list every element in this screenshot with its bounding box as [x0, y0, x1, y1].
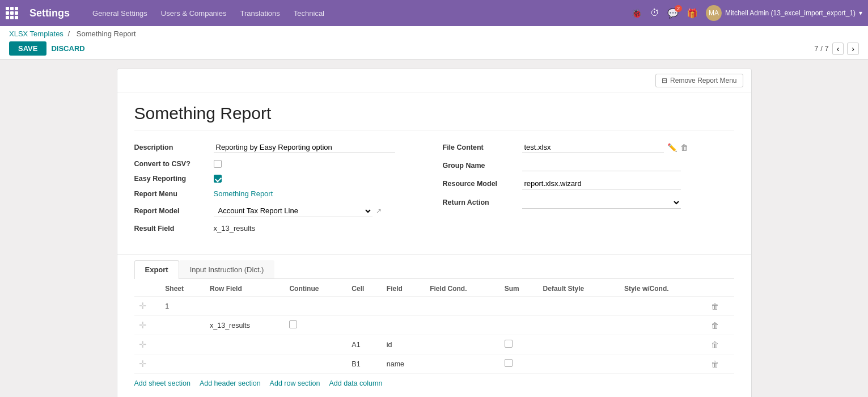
row-delete-icon[interactable]: 🗑 [711, 302, 719, 311]
menu-translations[interactable]: Translations [234, 7, 285, 20]
table-header-row: Sheet Row Field Continue Cell Field Fiel… [134, 279, 734, 297]
cell-sum [500, 316, 539, 335]
col-actions [706, 279, 734, 297]
prev-page-button[interactable]: ‹ [832, 43, 844, 55]
card-header-bar: ⊟ Remove Report Menu [117, 69, 751, 92]
toolbar: SAVE DISCARD 7 / 7 ‹ › [9, 41, 859, 56]
report-model-row: Account Tax Report Line ↗ [214, 205, 382, 217]
col-sheet: Sheet [160, 279, 205, 297]
clock-icon[interactable]: ⏱ [650, 8, 659, 18]
input-file-content[interactable] [522, 142, 664, 153]
cell-style-wcond [620, 354, 706, 374]
cell-field-cond [425, 297, 499, 316]
bug-icon[interactable]: 🐞 [631, 8, 642, 19]
select-report-model[interactable]: Account Tax Report Line [214, 205, 372, 217]
menu-users-companies[interactable]: Users & Companies [155, 7, 232, 20]
col-continue: Continue [285, 279, 347, 297]
add-header-section[interactable]: Add header section [200, 379, 261, 387]
save-button[interactable]: SAVE [9, 41, 46, 56]
cell-cell: A1 [347, 335, 382, 354]
add-data-column[interactable]: Add data column [329, 379, 383, 387]
cell-field [382, 316, 425, 335]
gift-icon[interactable]: 🎁 [687, 8, 698, 19]
col-row-field: Row Field [205, 279, 285, 297]
breadcrumb-current: Something Report [77, 29, 136, 38]
cell-style-wcond [620, 335, 706, 354]
tab-input-instruction[interactable]: Input Instruction (Dict.) [179, 260, 275, 278]
col-default-style: Default Style [539, 279, 620, 297]
edit-icon[interactable]: ✏️ [667, 143, 677, 152]
cell-sum [500, 335, 539, 354]
app-title: Settings [29, 7, 70, 19]
label-report-menu: Report Menu [134, 190, 208, 198]
cell-row-field [205, 335, 285, 354]
cell-continue [285, 297, 347, 316]
continue-checkbox[interactable] [289, 320, 297, 328]
form-grid: Description Convert to CSV? Easy Reporti… [134, 142, 734, 248]
label-result-field: Result Field [134, 225, 208, 233]
label-description: Description [134, 143, 208, 151]
input-resource-model[interactable] [522, 178, 681, 189]
cell-sheet: 1 [160, 297, 205, 316]
checkbox-easy-reporting[interactable] [214, 175, 222, 183]
sum-checkbox[interactable] [505, 340, 513, 348]
main-menu: General Settings Users & Companies Trans… [87, 7, 330, 20]
cell-default-style [539, 316, 620, 335]
cell-default-style [539, 335, 620, 354]
chat-icon[interactable]: 💬 2 [667, 8, 679, 19]
field-group-name: Group Name [443, 160, 734, 171]
breadcrumb: XLSX Templates / Something Report [9, 29, 859, 38]
row-delete-icon[interactable]: 🗑 [711, 360, 719, 369]
col-field-cond: Field Cond. [425, 279, 499, 297]
breadcrumb-parent[interactable]: XLSX Templates [9, 29, 63, 38]
input-description[interactable] [214, 142, 395, 153]
field-file-content: File Content ✏️ 🗑 [443, 142, 734, 153]
menu-general-settings[interactable]: General Settings [87, 7, 153, 20]
report-title: Something Report [134, 104, 734, 130]
tab-export[interactable]: Export [134, 260, 179, 279]
cell-continue [285, 335, 347, 354]
cell-field-cond [425, 354, 499, 374]
drag-handle[interactable]: ✛ [139, 301, 146, 311]
next-page-button[interactable]: › [847, 43, 859, 55]
cell-row-field [205, 354, 285, 374]
cell-sheet [160, 316, 205, 335]
input-group-name[interactable] [522, 160, 681, 171]
field-easy-reporting: Easy Reporting [134, 175, 426, 183]
field-convert-csv: Convert to CSV? [134, 160, 426, 168]
checkbox-convert-csv[interactable] [214, 160, 222, 168]
table-section: Sheet Row Field Continue Cell Field Fiel… [117, 279, 751, 397]
drag-handle[interactable]: ✛ [139, 320, 146, 330]
cell-cell [347, 316, 382, 335]
sum-checkbox[interactable] [505, 359, 513, 367]
discard-button[interactable]: DISCARD [51, 44, 84, 53]
external-link-icon[interactable]: ↗ [376, 207, 382, 215]
breadcrumb-separator: / [68, 29, 70, 38]
link-report-menu[interactable]: Something Report [214, 189, 273, 198]
drag-handle[interactable]: ✛ [139, 359, 146, 369]
table-row: ✛ 1 🗑 [134, 297, 734, 316]
grid-menu-icon[interactable] [6, 7, 18, 19]
avatar: MA [706, 5, 722, 21]
value-result-field: x_13_results [214, 224, 256, 233]
add-row-section[interactable]: Add row section [270, 379, 320, 387]
field-report-model: Report Model Account Tax Report Line ↗ [134, 205, 426, 217]
menu-technical[interactable]: Technical [288, 7, 330, 20]
data-table: Sheet Row Field Continue Cell Field Fiel… [134, 279, 734, 374]
trash-icon[interactable]: 🗑 [680, 143, 688, 152]
cell-sheet [160, 335, 205, 354]
cell-default-style [539, 297, 620, 316]
remove-report-menu-button[interactable]: ⊟ Remove Report Menu [655, 74, 743, 87]
user-menu[interactable]: MA Mitchell Admin (13_excel_import_expor… [706, 5, 862, 21]
label-report-model: Report Model [134, 207, 208, 215]
field-report-menu: Report Menu Something Report [134, 189, 426, 198]
add-sheet-section[interactable]: Add sheet section [134, 379, 190, 387]
cell-style-wcond [620, 316, 706, 335]
drag-handle[interactable]: ✛ [139, 340, 146, 349]
row-delete-icon[interactable]: 🗑 [711, 321, 719, 330]
select-return-action[interactable] [522, 196, 681, 209]
cell-sum [500, 354, 539, 374]
row-delete-icon[interactable]: 🗑 [711, 340, 719, 349]
subheader: XLSX Templates / Something Report SAVE D… [0, 26, 868, 60]
field-description: Description [134, 142, 426, 153]
